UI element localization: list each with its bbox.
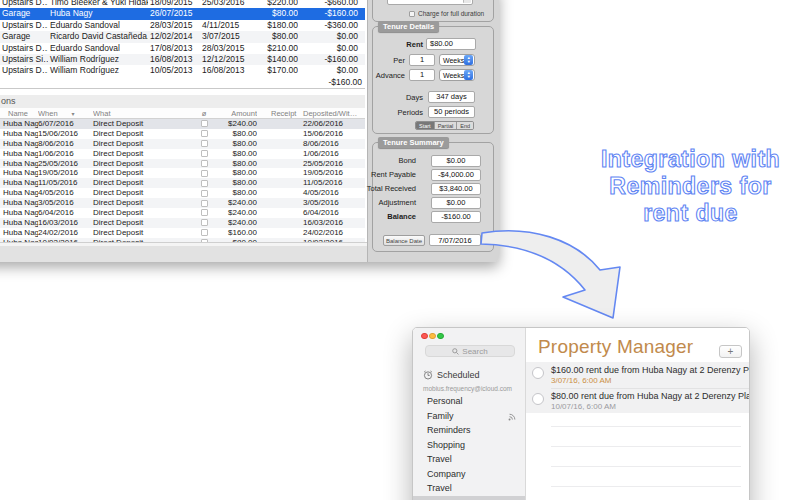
- tenure-row[interactable]: Upstairs Si…William Rodríguez16/08/20131…: [0, 54, 365, 65]
- reminder-item[interactable]: $80.00 rent due from Huba Nagy at 2 Dere…: [526, 388, 750, 414]
- advance-unit-popup[interactable]: Weeks ▲▼: [439, 69, 475, 81]
- transactions-section-label: ons: [0, 95, 365, 108]
- segment-partial[interactable]: Partial: [435, 122, 458, 129]
- cell-rent: $170.00: [254, 65, 298, 76]
- rent-field[interactable]: $80.00: [426, 38, 476, 50]
- transaction-row[interactable]: Huba Nagy3/05/2016Direct Deposit$240.003…: [0, 198, 365, 208]
- transaction-row[interactable]: Huba Nagy25/05/2016Direct Deposit$80.002…: [0, 159, 365, 169]
- add-reminder-button[interactable]: +: [719, 345, 742, 358]
- sidebar-item-personal[interactable]: Personal: [413, 394, 525, 409]
- value-field[interactable]: -$4,000.00: [431, 169, 481, 181]
- value-field[interactable]: -$160.00: [431, 211, 481, 223]
- summary-row: Adjustment$0.00: [373, 197, 493, 211]
- cell-name: Huba Nagy: [0, 228, 38, 238]
- reminder-checkbox[interactable]: [532, 367, 544, 379]
- segment-start[interactable]: Start: [416, 122, 435, 129]
- sidebar-item-property-manager[interactable]: Property Manager: [413, 496, 525, 500]
- receive-payment-button[interactable]: +Receive Payment: [22, 243, 102, 246]
- tenure-row[interactable]: Upstairs D…William Rodríguez10/05/201316…: [0, 65, 365, 76]
- transaction-row[interactable]: Huba Nagy11/05/2016Direct Deposit$80.001…: [0, 178, 365, 188]
- tenure-row[interactable]: Upstairs D…Eduardo Sandoval28/03/20154/1…: [0, 20, 365, 31]
- summary-row: Rent Payable-$4,000.00: [373, 169, 493, 183]
- cell-check: [197, 129, 211, 139]
- sidebar-item-travel[interactable]: Travel: [413, 481, 525, 496]
- cell-when: 24/02/2016: [38, 228, 93, 238]
- transaction-row[interactable]: Huba Nagy15/06/2016Direct Deposit$80.001…: [0, 129, 365, 139]
- cell-property: Upstairs D…: [0, 20, 48, 31]
- cell-when: 15/06/2016: [38, 129, 93, 139]
- column-header-what[interactable]: What: [93, 108, 197, 118]
- transaction-row[interactable]: Huba Nagy4/05/2016Direct Deposit$80.004/…: [0, 188, 365, 198]
- column-header-deposited[interactable]: Deposited/Wit…: [301, 108, 363, 118]
- checkbox[interactable]: [201, 219, 208, 226]
- transaction-row[interactable]: Huba Nagy16/03/2016Direct Deposit$240.00…: [0, 218, 365, 228]
- cell-what: Direct Deposit: [93, 129, 197, 139]
- sidebar-item-shopping[interactable]: Shopping: [413, 438, 525, 453]
- segment-end[interactable]: End: [457, 122, 473, 129]
- advance-field[interactable]: 1: [409, 69, 435, 81]
- cell-rent: $80.00: [254, 31, 298, 42]
- transaction-row[interactable]: Huba Nagy1/06/2016Direct Deposit$80.001/…: [0, 149, 365, 159]
- sidebar-item-reminders[interactable]: Reminders: [413, 423, 525, 438]
- column-header-amount[interactable]: Amount: [211, 108, 257, 118]
- zoom-window-button[interactable]: [437, 333, 444, 340]
- balance-date-button[interactable]: Balance Date: [383, 235, 425, 246]
- per-field[interactable]: 1: [409, 54, 435, 66]
- checkbox[interactable]: [201, 160, 208, 167]
- list-separator: [551, 466, 741, 467]
- transaction-row[interactable]: Huba Nagy19/05/2016Direct Deposit$80.001…: [0, 168, 365, 178]
- cell-end: 3/07/2015: [200, 31, 254, 42]
- sidebar-item-family[interactable]: Family: [413, 409, 525, 424]
- sidebar-item-scheduled[interactable]: Scheduled: [423, 370, 480, 380]
- checkbox[interactable]: [201, 209, 208, 216]
- tables-pane: Upstairs D…Timo Bleeker & Yuki Hidaka18/…: [0, 0, 367, 246]
- value-field[interactable]: $3,840.00: [431, 183, 481, 195]
- tenure-row[interactable]: GarageHuba Nagy26/07/2015$80.00-$160.00: [0, 8, 365, 19]
- checkbox[interactable]: [201, 150, 208, 157]
- field-label: Days: [373, 93, 423, 102]
- checkbox[interactable]: [201, 170, 208, 177]
- cell-rent: $140.00: [254, 54, 298, 65]
- checkbox[interactable]: [201, 190, 208, 197]
- column-header-when[interactable]: When▾: [38, 108, 93, 118]
- sidebar-item-travel[interactable]: Travel: [413, 452, 525, 467]
- column-header-check[interactable]: ø: [197, 108, 211, 118]
- tenure-row[interactable]: Upstairs D…Eduardo Sandoval17/08/201328/…: [0, 43, 365, 54]
- cell-check: [197, 208, 211, 218]
- tenure-row[interactable]: GarageRicardo David Castañeda…12/02/2014…: [0, 31, 365, 42]
- tenure-row[interactable]: Upstairs D…Timo Bleeker & Yuki Hidaka18/…: [0, 0, 365, 8]
- transaction-row[interactable]: Huba Nagy6/04/2016Direct Deposit$240.006…: [0, 208, 365, 218]
- transaction-row[interactable]: Huba Nagy24/02/2016Direct Deposit$160.00…: [0, 228, 365, 238]
- value-field[interactable]: $0.00: [431, 155, 481, 167]
- checkbox[interactable]: [201, 180, 208, 187]
- column-header-name[interactable]: Name: [0, 108, 38, 118]
- minimize-window-button[interactable]: [429, 333, 436, 340]
- charge-full-duration-checkbox[interactable]: Charge for full duration: [409, 10, 484, 17]
- cell-start: 26/07/2015: [148, 8, 200, 19]
- value-field[interactable]: $0.00: [431, 197, 481, 209]
- transaction-row[interactable]: Huba Nagy8/06/2016Direct Deposit$80.008/…: [0, 139, 365, 149]
- footer-action-label[interactable]: ion: [1, 243, 13, 246]
- close-window-button[interactable]: [421, 333, 428, 340]
- annotation-text: Integration withReminders forrent due: [583, 146, 798, 227]
- stepper-icon[interactable]: [463, 0, 471, 3]
- cell-name: Huba Nagy: [0, 159, 38, 169]
- column-header-receipt[interactable]: Receipt: [257, 108, 301, 118]
- transaction-row[interactable]: Huba Nagy6/07/2016Direct Deposit$240.002…: [0, 119, 365, 129]
- checkbox[interactable]: [201, 229, 208, 236]
- cell-amount: $80.00: [211, 168, 257, 178]
- per-unit-popup[interactable]: Weeks ▲▼: [439, 54, 475, 66]
- reminder-checkbox[interactable]: [532, 393, 544, 405]
- checkbox[interactable]: [201, 130, 208, 137]
- sidebar-item-company[interactable]: Company: [413, 467, 525, 482]
- reminder-item[interactable]: $160.00 rent due from Huba Nagy at 2 Der…: [526, 362, 750, 388]
- checkbox[interactable]: [201, 200, 208, 207]
- checkbox[interactable]: [201, 140, 208, 147]
- date-field[interactable]: [387, 0, 473, 5]
- cell-when: 16/03/2016: [38, 218, 93, 228]
- cell-amount: $240.00: [211, 198, 257, 208]
- transactions-header: Name When▾ What ø Amount Receipt Deposit…: [0, 108, 365, 119]
- checkbox[interactable]: [201, 120, 208, 127]
- tenure-details-groupbox: Tenure Details Rent $80.00 Per 1 Weeks ▲…: [372, 26, 494, 134]
- search-input[interactable]: Search: [425, 345, 515, 357]
